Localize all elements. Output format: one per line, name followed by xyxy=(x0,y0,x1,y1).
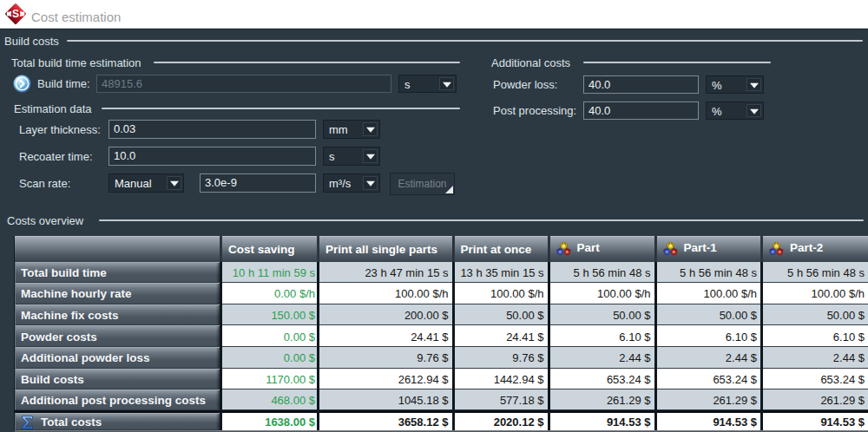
svg-text:S: S xyxy=(12,8,19,20)
